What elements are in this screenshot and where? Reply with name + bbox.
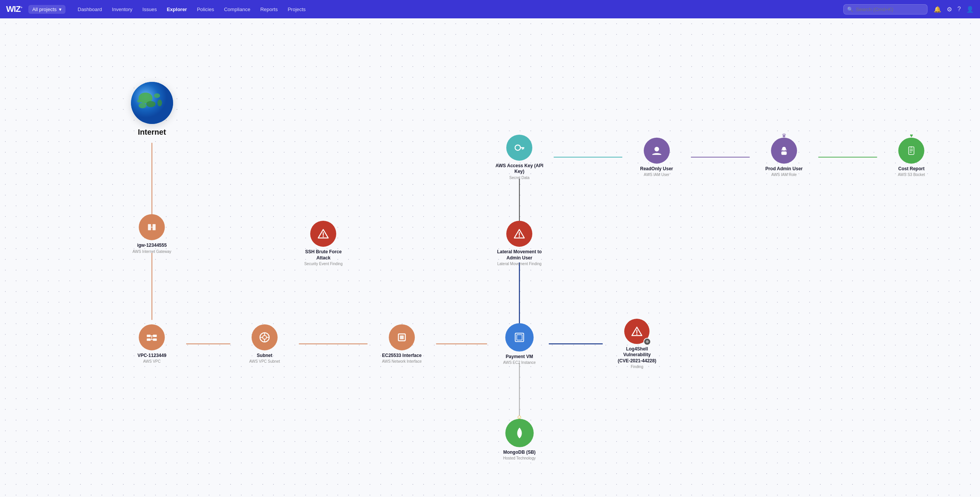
log4shell-badge: ⊕ xyxy=(643,338,651,345)
node-mongodb[interactable]: ☺ MongoDB (SB) Hosted Technology xyxy=(503,419,536,461)
prodadmin-circle xyxy=(771,137,797,163)
svg-point-48 xyxy=(636,334,638,335)
svg-rect-39 xyxy=(517,334,522,340)
igw-label: igw-12344555 xyxy=(137,243,167,249)
svg-point-53 xyxy=(654,147,659,151)
igw-sublabel: AWS Internet Gateway xyxy=(133,249,171,253)
lateral-circle xyxy=(506,221,532,247)
help-icon[interactable]: ? xyxy=(957,6,961,13)
subnet-sublabel: AWS VPC Subnet xyxy=(249,359,280,363)
apikey-circle xyxy=(506,135,532,161)
user-icon[interactable]: 👤 xyxy=(966,6,974,13)
globe-icon xyxy=(131,82,173,124)
readonlyuser-label: ReadOnly User xyxy=(640,166,673,172)
projects-selector[interactable]: All projects ▾ xyxy=(28,5,65,14)
svg-point-16 xyxy=(139,103,146,108)
bell-icon[interactable]: 🔔 xyxy=(934,6,941,13)
svg-point-45 xyxy=(519,236,520,237)
svg-rect-20 xyxy=(148,224,151,230)
svg-point-31 xyxy=(263,335,267,339)
vpc-label: VPC-1123449 xyxy=(137,352,166,358)
paymentvm-label: Payment VM xyxy=(506,354,533,360)
igw-circle xyxy=(139,214,165,240)
node-vpc[interactable]: VPC-1123449 AWS VPC xyxy=(137,324,166,363)
node-subnet[interactable]: Subnet AWS VPC Subnet xyxy=(249,324,280,363)
vpc-sublabel: AWS VPC xyxy=(143,359,161,363)
svg-point-42 xyxy=(323,236,324,237)
internet-label: Internet xyxy=(138,127,166,137)
nav-dashboard[interactable]: Dashboard xyxy=(73,5,107,14)
node-log4shell[interactable]: ⊕ Log4Shell Vulnerability(CVE-2021-44228… xyxy=(612,319,662,369)
svg-point-15 xyxy=(146,101,155,107)
ssh-attack-circle xyxy=(310,221,336,247)
projects-label: All projects xyxy=(32,7,57,12)
svg-rect-25 xyxy=(147,338,151,341)
svg-rect-24 xyxy=(153,334,157,337)
nav-projects-link[interactable]: Projects xyxy=(283,5,310,14)
log4shell-circle: ⊕ xyxy=(624,319,650,344)
svg-point-19 xyxy=(137,99,142,103)
svg-point-49 xyxy=(515,145,520,150)
nav-explorer[interactable]: Explorer xyxy=(162,5,191,14)
vpc-circle xyxy=(139,324,165,350)
graph-canvas: Internet igw-12344555 AWS Internet Gatew… xyxy=(0,18,980,497)
costreport-label: Cost Report xyxy=(898,166,925,172)
logo[interactable]: WIZ+ xyxy=(6,4,22,14)
lateral-sublabel: Lateral Movement Finding xyxy=(497,262,542,266)
ec2iface-circle xyxy=(389,324,415,350)
nav-inventory[interactable]: Inventory xyxy=(107,5,137,14)
chevron-down-icon: ▾ xyxy=(59,7,62,12)
node-apikey[interactable]: AWS Access Key (API Key) Secret Data xyxy=(494,135,544,180)
subnet-circle xyxy=(252,324,278,350)
mongodb-label: MongoDB (SB) xyxy=(503,450,536,456)
gear-icon[interactable]: ⚙ xyxy=(947,6,952,13)
ssh-attack-label: SSH Brute Force Attack xyxy=(298,249,348,261)
logo-sup: + xyxy=(20,5,22,10)
log4shell-sublabel: Finding xyxy=(631,365,643,369)
ec2iface-label: EC25533 Interface xyxy=(382,352,421,358)
node-paymentvm[interactable]: Payment VM AWS EC2 Instance xyxy=(503,323,536,365)
prodadmin-label: Prod Admin User xyxy=(765,166,803,172)
node-igw[interactable]: igw-12344555 AWS Internet Gateway xyxy=(133,214,171,254)
readonlyuser-sublabel: AWS IAM User xyxy=(644,173,669,177)
node-ec2iface[interactable]: EC25533 Interface AWS Network Interface xyxy=(382,324,422,363)
ec2iface-sublabel: AWS Network Interface xyxy=(382,359,422,363)
nav-issues[interactable]: Issues xyxy=(138,5,162,14)
node-readonlyuser[interactable]: ReadOnly User AWS IAM User xyxy=(640,137,673,177)
log4shell-label: Log4Shell Vulnerability(CVE-2021-44228) xyxy=(612,346,662,364)
paymentvm-circle xyxy=(505,323,533,351)
ssh-attack-sublabel: Security Event Finding xyxy=(304,262,342,266)
costreport-sublabel: AWS S3 Bucket xyxy=(898,173,925,177)
mongodb-circle xyxy=(505,419,533,447)
nav-reports[interactable]: Reports xyxy=(256,5,283,14)
svg-point-17 xyxy=(154,93,160,98)
apikey-sublabel: Secret Data xyxy=(509,176,530,180)
node-prodadmin[interactable]: ♛ Prod Admin User AWS IAM Role xyxy=(765,137,803,177)
svg-rect-55 xyxy=(781,151,787,155)
subnet-label: Subnet xyxy=(257,352,273,358)
lateral-label: Lateral Movement to Admin User xyxy=(494,249,544,261)
main-nav: WIZ+ All projects ▾ Dashboard Inventory … xyxy=(0,0,980,18)
nav-compliance[interactable]: Compliance xyxy=(219,5,255,14)
paymentvm-sublabel: AWS EC2 Instance xyxy=(503,360,536,365)
nav-policies[interactable]: Policies xyxy=(192,5,219,14)
svg-point-18 xyxy=(157,99,162,106)
svg-rect-26 xyxy=(153,338,157,341)
readonlyuser-circle xyxy=(644,137,670,163)
node-internet[interactable]: Internet xyxy=(131,82,173,137)
node-costreport[interactable]: ♥ Cost Report AWS S3 Bucket xyxy=(898,137,925,177)
prodadmin-sublabel: AWS IAM Role xyxy=(771,173,797,177)
svg-point-57 xyxy=(785,149,787,150)
nav-links: Dashboard Inventory Issues Explorer Poli… xyxy=(73,5,842,14)
svg-point-56 xyxy=(781,149,783,150)
costreport-circle xyxy=(898,137,924,163)
svg-rect-37 xyxy=(400,335,404,339)
node-lateral[interactable]: Lateral Movement to Admin User Lateral M… xyxy=(494,221,544,266)
nav-action-icons: 🔔 ⚙ ? 👤 xyxy=(934,6,974,13)
search-input[interactable] xyxy=(843,4,928,15)
mongodb-sublabel: Hosted Technology xyxy=(503,456,536,460)
svg-rect-21 xyxy=(153,224,156,230)
search-container: 🔍 xyxy=(843,4,928,15)
node-ssh-attack[interactable]: SSH Brute Force Attack Security Event Fi… xyxy=(298,221,348,266)
svg-rect-23 xyxy=(147,334,151,337)
